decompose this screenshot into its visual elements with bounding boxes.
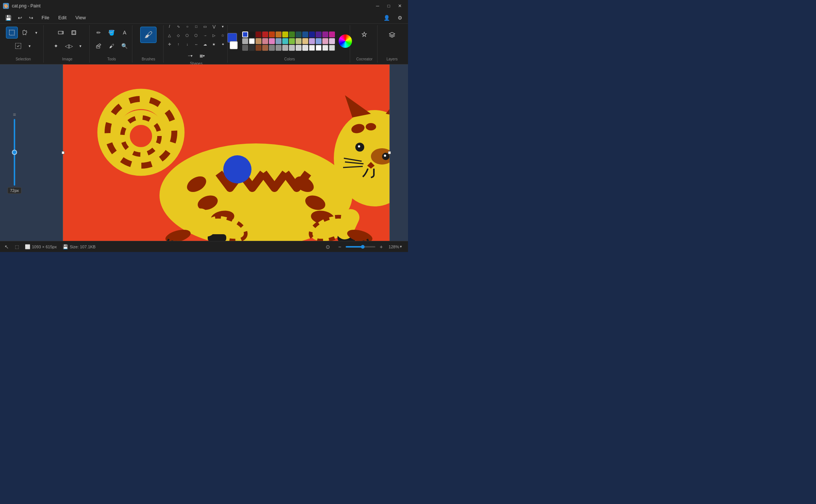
color-wheat[interactable] (302, 38, 308, 44)
selection-rect-button[interactable] (6, 27, 18, 39)
color-gray[interactable] (242, 38, 248, 44)
shape-callout[interactable]: ☁ (201, 40, 209, 48)
color-olive[interactable] (296, 38, 302, 44)
brush-alt-button[interactable]: 🖌 (106, 40, 118, 52)
color-yellow[interactable] (282, 32, 288, 37)
shape-more[interactable]: ▾ (219, 22, 227, 30)
color-purple[interactable] (316, 32, 322, 37)
color-periwinkle[interactable] (316, 38, 322, 44)
zoom-out-button[interactable]: − (336, 243, 343, 251)
menu-file[interactable]: File (38, 13, 53, 22)
shape-star5[interactable]: ★ (210, 40, 218, 48)
color-d6[interactable] (276, 45, 282, 51)
shape-uarrow[interactable]: ↑ (174, 40, 182, 48)
color-mauve[interactable] (322, 38, 328, 44)
resize-button[interactable] (55, 27, 67, 39)
color-orange-red[interactable] (269, 32, 275, 37)
color-cyan[interactable] (282, 38, 288, 44)
color-green[interactable] (289, 32, 295, 37)
fill-button[interactable]: 🪣 (106, 27, 118, 39)
shape-rect[interactable]: □ (192, 22, 200, 30)
color-steel-blue[interactable] (302, 32, 308, 37)
close-button[interactable]: ✕ (395, 1, 405, 11)
color-d4[interactable] (262, 45, 268, 51)
shape-star6[interactable]: ✦ (219, 40, 227, 48)
slider-thumb[interactable] (12, 150, 17, 155)
eraser-button[interactable] (93, 40, 105, 52)
shape-curve[interactable]: ∿ (174, 22, 182, 30)
selection-all-button[interactable] (12, 40, 24, 52)
canvas-frame[interactable] (63, 64, 390, 241)
menu-edit[interactable]: Edit (55, 13, 70, 22)
color-red[interactable] (262, 32, 268, 37)
color-white[interactable] (249, 38, 255, 44)
color-blue[interactable] (242, 32, 248, 37)
account-icon[interactable]: 👤 (381, 13, 392, 23)
zoom-track[interactable] (346, 246, 375, 248)
shape-hex[interactable]: ⬡ (192, 31, 200, 39)
color-tan[interactable] (256, 38, 261, 44)
color-sky[interactable] (276, 38, 282, 44)
color-d1[interactable] (242, 45, 248, 51)
canvas-image[interactable] (63, 64, 389, 241)
color-d2[interactable] (249, 45, 255, 51)
brushes-main-button[interactable]: 🖌 (140, 27, 157, 43)
color-navy[interactable] (309, 32, 315, 37)
color-magenta2[interactable] (322, 32, 328, 37)
handle-ml[interactable] (62, 151, 65, 154)
color-light-pink[interactable] (269, 38, 275, 44)
slider-track[interactable] (14, 119, 15, 186)
zoom-thumb[interactable] (361, 245, 365, 249)
color-black[interactable] (249, 32, 255, 37)
color-d3[interactable] (256, 45, 261, 51)
maximize-button[interactable]: □ (384, 1, 394, 11)
zoom-value-button[interactable]: 128% ▾ (387, 243, 404, 250)
color-dark-red[interactable] (256, 32, 261, 37)
selection-sub-dropdown[interactable]: ▾ (25, 42, 34, 50)
shape-circle[interactable]: ○ (183, 22, 191, 30)
shape-pentagon[interactable]: ⬠ (183, 31, 191, 39)
shape-outline-btn[interactable]: ─▾ (186, 51, 195, 60)
redo-button[interactable]: ↪ (26, 13, 36, 23)
shape-line[interactable]: / (165, 22, 174, 30)
save-icon[interactable]: 💾 (3, 13, 13, 23)
color-d10[interactable] (302, 45, 308, 51)
color-lavender[interactable] (309, 38, 315, 44)
shape-zigzag[interactable]: ⋁ (210, 22, 218, 30)
eyedropper-button[interactable]: 🔍 (119, 40, 131, 52)
zoom-in-button[interactable]: + (378, 243, 385, 251)
color-d13[interactable] (322, 45, 328, 51)
color-orange[interactable] (276, 32, 282, 37)
color-d14[interactable] (329, 45, 335, 51)
shape-arrow-4[interactable]: ✛ (165, 40, 174, 48)
pencil-button[interactable]: ✏ (93, 27, 105, 39)
color-thistle[interactable] (329, 38, 335, 44)
menu-view[interactable]: View (72, 13, 89, 22)
flip-dropdown[interactable]: ▾ (76, 42, 85, 50)
shape-darrow[interactable]: ↓ (183, 40, 191, 48)
crop-button[interactable] (68, 27, 80, 39)
color-lime[interactable] (289, 38, 295, 44)
color-d11[interactable] (309, 45, 315, 51)
color-teal[interactable] (296, 32, 302, 37)
color-pink2[interactable] (329, 32, 335, 37)
flip-button[interactable]: ◁▷ (63, 40, 75, 52)
text-button[interactable]: A (119, 27, 131, 39)
color-picker-button[interactable] (339, 34, 352, 48)
minimize-button[interactable]: ─ (372, 1, 383, 11)
shape-arrow-r[interactable]: → (201, 31, 209, 39)
shape-arrow-more[interactable]: ▷ (210, 31, 218, 39)
color-d12[interactable] (316, 45, 322, 51)
handle-mr[interactable] (388, 151, 391, 154)
selection-dropdown[interactable]: ▾ (32, 28, 41, 37)
shape-diamond[interactable]: ◇ (174, 31, 182, 39)
layers-button[interactable] (384, 27, 400, 43)
selection-free-button[interactable] (19, 27, 31, 39)
settings-icon[interactable]: ⚙ (395, 13, 405, 23)
cocreator-button[interactable] (356, 27, 372, 43)
shape-larrow[interactable]: ↔ (192, 40, 200, 48)
shape-fill-btn[interactable]: ▦▾ (198, 51, 207, 60)
shape-triangle[interactable]: △ (165, 31, 174, 39)
color-rose[interactable] (262, 38, 268, 44)
color-d9[interactable] (296, 45, 302, 51)
